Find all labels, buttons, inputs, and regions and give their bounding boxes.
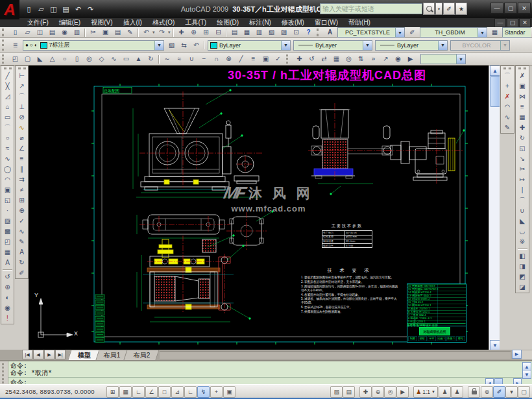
delete-vertex-icon[interactable]: ✗	[502, 91, 513, 102]
window[interactable]: 窗口(W)	[309, 18, 343, 27]
snap-icon[interactable]: ⊞	[106, 386, 119, 398]
autocad-logo-icon[interactable]: A	[0, 0, 19, 19]
cut-icon[interactable]: ✂	[87, 28, 99, 38]
layer-combo[interactable]: ●○◐ 7标注层 ▼	[23, 40, 164, 51]
open-file-icon[interactable]: ▱	[21, 28, 34, 38]
close-icon[interactable]: ✕	[519, 18, 531, 27]
pan-realtime-icon[interactable]: ✚	[175, 28, 187, 38]
toolbar-grip[interactable]	[518, 67, 526, 69]
spline-icon[interactable]: ∿	[2, 154, 13, 164]
tab-model[interactable]: 模型	[67, 350, 99, 360]
tab-layout2[interactable]: 布局2	[123, 350, 159, 360]
publish-icon[interactable]: ▥	[71, 28, 83, 38]
torus-icon[interactable]: ◎	[83, 54, 95, 64]
tab-first-icon[interactable]: |◀	[22, 350, 32, 359]
copy-icon[interactable]: ▣	[517, 81, 528, 91]
send-under-icon[interactable]: ◪	[517, 282, 528, 293]
dim-style-manager-icon[interactable]: ✐	[406, 28, 418, 38]
trim-icon[interactable]: ✂	[517, 164, 528, 175]
close-icon[interactable]: ✕	[518, 3, 531, 14]
scale-icon[interactable]: ◱	[517, 143, 528, 154]
construction-line-icon[interactable]: ╳	[2, 81, 13, 91]
command-scrollbar[interactable]: ▲ ▼	[523, 361, 532, 378]
auto-annotation-icon[interactable]: ♟	[451, 386, 463, 398]
tools[interactable]: 工具(T)	[180, 18, 212, 27]
send-to-back-icon[interactable]: ◨	[517, 261, 528, 272]
color-combo[interactable]: ByLayer ▼	[208, 40, 291, 51]
erase-icon[interactable]: ✗	[517, 71, 528, 81]
chevron-down-icon[interactable]: ▼	[154, 41, 163, 50]
quick-dimension-icon[interactable]: ≡	[16, 154, 27, 164]
constrained-orbit-icon[interactable]: ◎	[343, 54, 355, 64]
dim-continue-icon[interactable]: ⇉	[16, 175, 27, 185]
multiline-text-icon[interactable]: A	[2, 258, 13, 268]
plot-preview-icon[interactable]: ◉	[58, 28, 71, 38]
offset-icon[interactable]: ≡	[517, 102, 528, 112]
command-window[interactable]: 命令:命令: *取消* 命令: ▲ ▼ ◀ ▶	[0, 360, 532, 385]
swivel-icon[interactable]: ⇅	[355, 54, 367, 64]
tab-next-icon[interactable]: ▶	[44, 350, 54, 359]
point-icon[interactable]: ·	[2, 206, 13, 216]
revision-cloud-icon[interactable]: ≈	[2, 143, 13, 154]
save-file-icon[interactable]: ◫	[48, 4, 59, 15]
dim-text-edit-icon[interactable]: A	[16, 247, 27, 258]
grid-icon[interactable]: ▦	[119, 386, 132, 398]
scroll-down-icon[interactable]: ▼	[490, 340, 500, 350]
toolbar-grip[interactable]	[286, 54, 291, 64]
pyramid-icon[interactable]: ◇	[95, 54, 108, 64]
polygon-icon[interactable]: ⌂	[2, 102, 13, 112]
favorites-button[interactable]: ★	[455, 3, 467, 15]
wedge-icon[interactable]: ◣	[34, 54, 46, 64]
model-space-icon[interactable]: ▧	[330, 386, 343, 398]
dim-edit-icon[interactable]: ✎	[16, 237, 27, 247]
loft-icon[interactable]: ≈	[173, 54, 186, 64]
redo-icon[interactable]: ↷	[85, 4, 96, 15]
bring-above-icon[interactable]: ◩	[517, 272, 528, 282]
render-lights-icon[interactable]: !	[2, 313, 13, 324]
steering-wheel-icon[interactable]: ◉	[392, 54, 404, 64]
helix-icon[interactable]: ∿	[108, 54, 120, 64]
dim-angular-icon[interactable]: ∠	[16, 143, 27, 154]
rectangle-icon[interactable]: ▭	[2, 112, 13, 123]
slice-icon[interactable]: ╱	[235, 54, 247, 64]
intersect-icon[interactable]: ∩	[210, 54, 223, 64]
toolbar-grip[interactable]	[503, 67, 511, 69]
designcenter-icon[interactable]: ▦	[241, 28, 253, 38]
draw[interactable]: 绘图(D)	[212, 18, 244, 27]
quick-properties-icon[interactable]: ▣	[223, 386, 236, 398]
3d-array-icon[interactable]: ▦	[330, 54, 343, 64]
quick-calc-icon[interactable]: ⊡	[290, 28, 302, 38]
linetype-combo[interactable]: ByLayer ▼	[293, 40, 372, 51]
search-button[interactable]	[423, 3, 435, 15]
view[interactable]: 视图(V)	[86, 18, 117, 27]
zoom-icon[interactable]: ⊕	[372, 386, 384, 398]
3d-orbit-icon[interactable]: ↺	[2, 272, 13, 282]
add-vertex-icon[interactable]: +	[502, 81, 513, 91]
3d-rotate-icon[interactable]: ↺	[306, 54, 318, 64]
decurve-icon[interactable]: ∿	[502, 112, 513, 123]
sheet-set-manager-icon[interactable]: ▧	[265, 28, 278, 38]
polyline-icon[interactable]: ◿	[2, 91, 13, 102]
scrollbar-thumb[interactable]	[490, 76, 500, 107]
dim-radius-icon[interactable]: ⊘	[16, 112, 27, 123]
lwt-icon[interactable]: +	[210, 386, 223, 398]
text-style-combo[interactable]: PC_TEXTSTYLE▼	[337, 27, 405, 38]
fit-curve-icon[interactable]: ⌒	[502, 71, 513, 81]
table-icon[interactable]: ▦	[2, 247, 13, 258]
extend-icon[interactable]: ↦	[517, 175, 528, 185]
arc-icon[interactable]: ⌒	[2, 123, 13, 133]
tab-last-icon[interactable]: ▶|	[55, 350, 66, 359]
search-options-button[interactable]: ▾	[435, 3, 442, 15]
chevron-down-icon[interactable]: ▼	[363, 41, 372, 50]
edit[interactable]: 编辑(E)	[54, 18, 86, 27]
ellipse-arc-icon[interactable]: ◠	[2, 175, 13, 185]
dim-arc-length-icon[interactable]: ⌒	[16, 91, 27, 102]
tolerance-icon[interactable]: ⊞	[16, 195, 27, 206]
break-icon[interactable]: ⌒	[517, 195, 528, 206]
chevron-down-icon[interactable]: ▼	[395, 28, 404, 37]
thicken-icon[interactable]: ≡	[247, 54, 260, 64]
break-at-point-icon[interactable]: |	[517, 185, 528, 195]
sketch-icon[interactable]: ✎	[502, 123, 513, 133]
dim-baseline-icon[interactable]: ∥	[16, 164, 27, 175]
copy-clip-icon[interactable]: ▣	[99, 28, 112, 38]
